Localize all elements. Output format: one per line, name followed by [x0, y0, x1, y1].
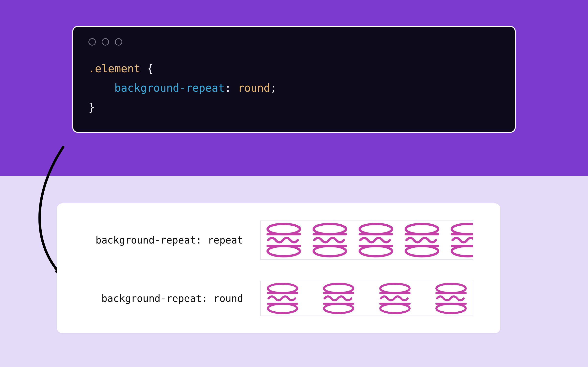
svg-point-8 — [406, 246, 438, 256]
code-selector: .element — [88, 62, 140, 75]
example-row-round: background-repeat: round — [76, 281, 483, 316]
macaron-icon — [307, 222, 353, 258]
svg-point-12 — [268, 304, 297, 313]
svg-point-17 — [436, 284, 466, 293]
window-dot-icon — [88, 38, 96, 46]
svg-point-1 — [268, 224, 300, 234]
macaron-icon — [374, 282, 416, 315]
macaron-icon — [399, 222, 445, 258]
macaron-icon — [445, 222, 473, 258]
svg-point-5 — [360, 224, 392, 234]
macaron-icon — [261, 222, 307, 258]
window-controls — [88, 38, 500, 46]
svg-point-4 — [314, 246, 346, 256]
code-semicolon: ; — [270, 82, 277, 94]
hero-section: .element { background-repeat: round; } — [0, 0, 588, 176]
example-label-round: background-repeat: round — [76, 293, 243, 304]
macaron-icon — [353, 222, 399, 258]
code-brace-close: } — [88, 101, 95, 113]
window-dot-icon — [102, 38, 109, 46]
macaron-icon — [262, 282, 303, 315]
svg-point-15 — [380, 284, 410, 293]
code-indent — [88, 82, 114, 94]
code-colon: : — [225, 82, 238, 94]
code-value: round — [238, 82, 270, 94]
example-card: background-repeat: repeat background-rep… — [57, 203, 500, 333]
demo-repeat-box — [260, 220, 473, 260]
window-dot-icon — [115, 38, 122, 46]
svg-point-6 — [360, 246, 392, 256]
svg-point-11 — [268, 284, 297, 293]
svg-point-13 — [324, 284, 353, 293]
svg-point-9 — [452, 224, 473, 234]
svg-point-16 — [380, 304, 410, 313]
code-block: .element { background-repeat: round; } — [88, 59, 500, 117]
macaron-icon — [318, 282, 359, 315]
example-row-repeat: background-repeat: repeat — [76, 220, 483, 260]
svg-point-3 — [314, 224, 346, 234]
macaron-icon — [430, 282, 472, 315]
demo-round-box — [260, 281, 473, 316]
svg-point-7 — [406, 224, 438, 234]
code-property: background-repeat — [114, 82, 225, 94]
code-brace-open: { — [140, 62, 153, 75]
svg-point-14 — [324, 304, 353, 313]
svg-point-18 — [436, 304, 466, 313]
svg-point-10 — [452, 246, 473, 256]
example-label-repeat: background-repeat: repeat — [76, 234, 243, 246]
svg-point-2 — [268, 246, 300, 256]
code-window: .element { background-repeat: round; } — [72, 26, 516, 133]
